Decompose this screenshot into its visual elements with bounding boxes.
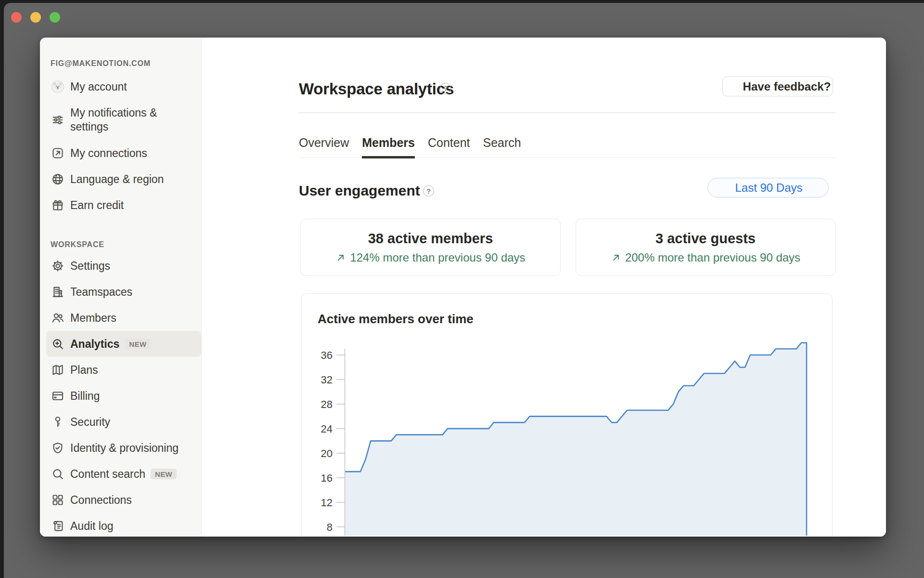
help-icon[interactable]: ? [423, 185, 434, 197]
stat-value: 3 active guests [655, 230, 756, 247]
sidebar-item-my-account[interactable]: My account [46, 74, 201, 100]
sidebar-item-label: Analytics [70, 337, 119, 351]
sidebar-item-analytics[interactable]: AnalyticsNEW [46, 331, 201, 357]
sidebar-item-content-search[interactable]: Content searchNEW [46, 461, 201, 487]
y-tick-label: 8 [327, 521, 333, 533]
sidebar-item-my-connections[interactable]: My connections [46, 140, 201, 166]
sidebar-workspace-list: SettingsTeamspacesMembersAnalyticsNEWPla… [40, 253, 201, 537]
sidebar-item-audit-log[interactable]: Audit log [46, 513, 201, 537]
y-tick-label: 36 [321, 349, 333, 361]
sidebar-item-settings[interactable]: Settings [46, 253, 201, 279]
stat-cards: 38 active members124% more than previous… [300, 219, 886, 276]
stat-delta: 200% more than previous 90 days [611, 251, 800, 264]
feedback-button-label: Have feedback? [743, 80, 831, 93]
desktop-background: FIG@MAKENOTION.COM My accountMy notifica… [4, 3, 924, 578]
sidebar-item-plans[interactable]: Plans [46, 357, 201, 383]
tab-search[interactable]: Search [483, 128, 521, 158]
help-icon[interactable]: ? [440, 83, 451, 94]
date-range-label: Last 90 Days [735, 181, 802, 195]
page-title: Workspace analytics [299, 80, 454, 98]
tab-label: Members [362, 136, 415, 150]
scroll-icon [51, 519, 65, 533]
magnifier-icon [51, 467, 65, 481]
arrow-up-right-icon [611, 252, 621, 263]
account-email-heading: FIG@MAKENOTION.COM [40, 59, 201, 68]
sidebar-item-billing[interactable]: Billing [46, 383, 201, 409]
sidebar-item-label: Audit log [70, 519, 114, 533]
sidebar-item-members[interactable]: Members [46, 305, 201, 331]
y-tick-label: 28 [321, 398, 333, 410]
key-icon [51, 415, 65, 429]
stat-card: 38 active members124% more than previous… [300, 219, 561, 276]
sidebar-item-earn-credit[interactable]: Earn credit [46, 192, 201, 218]
sliders-icon [51, 113, 65, 127]
sidebar-item-label: My account [70, 80, 127, 94]
sidebar-item-label: My notifications & settings [70, 106, 172, 134]
magnifier-plus-icon [51, 337, 65, 351]
sidebar-item-label: Billing [70, 389, 100, 403]
stat-value: 38 active members [368, 230, 493, 247]
close-window-button[interactable] [11, 12, 22, 23]
new-badge: NEW [125, 339, 151, 349]
sidebar-item-label: Connections [70, 493, 132, 507]
sidebar-item-label: Earn credit [70, 198, 124, 212]
tab-label: Overview [299, 136, 349, 150]
title-divider [299, 112, 835, 113]
credit-card-icon [51, 389, 65, 403]
tabs: OverviewMembersContentSearch [299, 128, 835, 158]
y-tick-label: 20 [321, 447, 333, 460]
tab-content[interactable]: Content [428, 128, 470, 158]
sidebar-account-list: My accountMy notifications & settingsMy … [40, 74, 201, 218]
sidebar-item-my-notifications-settings[interactable]: My notifications & settings [46, 100, 201, 140]
sidebar-item-label: Teamspaces [70, 285, 132, 299]
avatar [51, 79, 65, 94]
sidebar-item-teamspaces[interactable]: Teamspaces [46, 279, 201, 305]
active-members-chart-card: Active members over time 812162024283236 [301, 293, 833, 537]
sidebar-item-label: Members [70, 311, 116, 325]
tab-overview[interactable]: Overview [299, 128, 349, 158]
feedback-bubble-icon [725, 80, 738, 93]
y-tick-label: 24 [321, 423, 333, 435]
new-badge: NEW [151, 469, 177, 479]
arrow-up-right-icon [335, 252, 346, 263]
map-icon [51, 363, 65, 377]
y-tick-label: 32 [321, 374, 333, 386]
sidebar-item-security[interactable]: Security [46, 409, 201, 435]
sidebar-item-label: Content search [70, 467, 145, 481]
settings-sidebar: FIG@MAKENOTION.COM My accountMy notifica… [40, 38, 202, 537]
grid-icon [51, 493, 65, 507]
have-feedback-button[interactable]: Have feedback? [722, 77, 833, 96]
people-icon [51, 311, 65, 325]
minimize-window-button[interactable] [30, 12, 41, 23]
sidebar-item-connections[interactable]: Connections [46, 487, 201, 513]
user-engagement-heading: User engagement [299, 183, 420, 198]
y-tick-label: 16 [321, 472, 333, 484]
tab-members[interactable]: Members [362, 128, 415, 158]
chart-canvas[interactable]: 812162024283236 [308, 335, 833, 536]
calendar-icon [718, 182, 730, 194]
y-tick-label: 12 [321, 497, 333, 509]
sidebar-item-label: Identity & provisioning [70, 441, 179, 455]
date-range-button[interactable]: Last 90 Days [707, 178, 829, 197]
stat-delta: 124% more than previous 90 days [335, 251, 525, 264]
main-content: Workspace analytics ? Have feedback? Ove… [202, 38, 886, 537]
sidebar-item-label: Settings [70, 259, 110, 273]
stat-delta-label: 124% more than previous 90 days [350, 251, 525, 264]
stat-delta-label: 200% more than previous 90 days [625, 251, 800, 264]
sidebar-item-language-region[interactable]: Language & region [46, 166, 201, 192]
zoom-window-button[interactable] [50, 12, 60, 23]
workspace-section-heading: WORKSPACE [40, 240, 201, 249]
sidebar-item-identity-provisioning[interactable]: Identity & provisioning [46, 435, 201, 461]
arrow-up-right-box-icon [51, 146, 65, 160]
shield-check-icon [51, 441, 65, 455]
sidebar-item-label: Plans [70, 363, 98, 377]
sidebar-item-label: My connections [70, 146, 147, 160]
chart-title: Active members over time [318, 312, 474, 326]
tab-label: Search [483, 136, 521, 150]
tab-label: Content [428, 136, 470, 150]
gear-icon [51, 259, 65, 273]
gift-icon [51, 198, 65, 212]
sidebar-item-label: Language & region [70, 172, 164, 186]
sidebar-item-label: Security [70, 415, 110, 429]
globe-icon [51, 172, 65, 186]
